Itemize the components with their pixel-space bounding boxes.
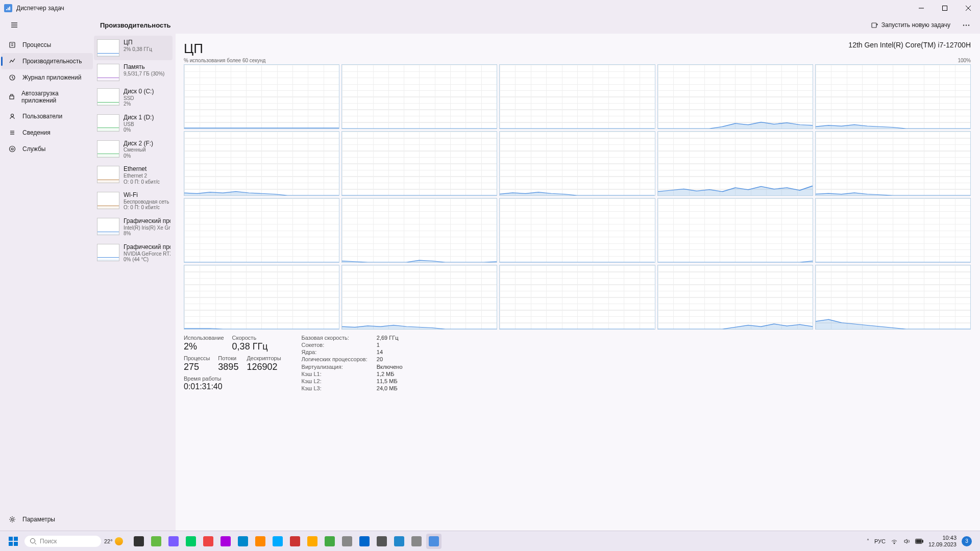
more-button[interactable]: [959, 17, 974, 33]
taskbar-app-3[interactable]: [183, 534, 199, 549]
nav-users[interactable]: Пользователи: [1, 108, 93, 124]
taskbar-app-7[interactable]: [253, 534, 268, 549]
core-cell-20: [815, 265, 971, 330]
resource-disk1[interactable]: Диск 1 (D:)USB0%: [94, 111, 173, 137]
taskbar-app-1[interactable]: [149, 534, 164, 549]
nav-rail: ПроцессыПроизводительностьЖурнал приложе…: [0, 34, 94, 531]
resource-gpu1[interactable]: Графический проNVIDIA GeForce RTX 3070% …: [94, 240, 173, 266]
close-button[interactable]: [957, 0, 980, 16]
tray-chevron-icon[interactable]: ˄: [867, 538, 869, 544]
taskbar-app-14[interactable]: [374, 534, 389, 549]
taskbar-app-11[interactable]: [322, 534, 337, 549]
nav-performance[interactable]: Производительность: [1, 53, 93, 69]
taskbar-app-10[interactable]: [305, 534, 320, 549]
resource-gpu0[interactable]: Графический проIntel(R) Iris(R) Xe Graph…: [94, 214, 173, 240]
core-cell-12: [341, 198, 497, 263]
maximize-button[interactable]: [933, 0, 957, 16]
proc-label: Процессы: [184, 355, 210, 361]
svg-point-12: [966, 24, 967, 26]
taskbar-app-9[interactable]: [287, 534, 303, 549]
resource-disk2[interactable]: Диск 2 (F:)Сменный0%: [94, 137, 173, 163]
core-cell-13: [499, 198, 655, 263]
nav-app-history[interactable]: Журнал приложений: [1, 69, 93, 86]
core-cell-1: [184, 64, 339, 129]
app-icon: [4, 4, 12, 12]
svg-rect-34: [922, 540, 923, 542]
gpu0-thumb: [97, 218, 119, 235]
usage-value: 2%: [184, 341, 224, 352]
search-icon: [30, 538, 37, 545]
svg-point-30: [31, 538, 35, 543]
hamburger-button[interactable]: [4, 16, 24, 34]
notification-badge[interactable]: 3: [962, 536, 972, 546]
svg-rect-27: [14, 537, 18, 541]
processes-icon: [8, 41, 16, 49]
weather-widget[interactable]: 22°: [101, 534, 126, 549]
taskbar-app-12[interactable]: [339, 534, 355, 549]
taskbar-app-16[interactable]: [409, 534, 424, 549]
core-cell-8: [499, 131, 655, 196]
svg-point-19: [11, 114, 14, 117]
resource-disk0[interactable]: Диск 0 (C:)SSD2%: [94, 85, 173, 111]
core-cell-16: [184, 265, 339, 330]
language-indicator[interactable]: РУС: [874, 538, 886, 544]
taskbar-app-6[interactable]: [235, 534, 251, 549]
sun-icon: [115, 537, 123, 545]
taskbar-search[interactable]: Поиск: [24, 536, 101, 547]
speed-label: Скорость: [232, 335, 268, 341]
core-cell-18: [499, 265, 655, 330]
users-icon: [8, 112, 16, 120]
taskbar: Поиск 22° ˄ РУС 10:43 12.09.2023 3: [0, 531, 980, 551]
svg-rect-28: [9, 542, 13, 546]
core-cell-15: [815, 198, 971, 263]
core-cell-10: [815, 131, 971, 196]
core-cell-3: [499, 64, 655, 129]
page-title: Производительность: [100, 21, 171, 29]
uptime-label: Время работы: [184, 375, 281, 382]
taskbar-app-4[interactable]: [201, 534, 216, 549]
resource-wifi[interactable]: Wi-FiБеспроводная сетьО: 0 П: 0 кбит/с: [94, 188, 173, 214]
cpu-panel: ЦП 12th Gen Intel(R) Core(TM) i7-12700H …: [176, 34, 980, 531]
core-cell-5: [815, 64, 971, 129]
svg-rect-4: [943, 6, 947, 11]
nav-processes[interactable]: Процессы: [1, 37, 93, 53]
wifi-icon[interactable]: [891, 538, 898, 545]
nav-startup[interactable]: Автозагрузка приложений: [1, 86, 93, 108]
core-grid: [184, 64, 971, 330]
nav-services[interactable]: Службы: [1, 141, 93, 157]
taskbar-app-2[interactable]: [166, 534, 181, 549]
disk2-thumb: [97, 140, 119, 158]
svg-rect-29: [14, 542, 18, 546]
titlebar: Диспетчер задач: [0, 0, 980, 16]
cpu-thumb: [97, 39, 119, 57]
taskbar-app-15[interactable]: [391, 534, 407, 549]
nav-settings-label: Параметры: [22, 516, 55, 523]
gear-icon: [8, 515, 16, 523]
volume-icon[interactable]: [903, 538, 910, 545]
taskbar-app-17[interactable]: [426, 534, 442, 549]
svg-point-11: [963, 24, 964, 26]
core-cell-14: [657, 198, 813, 263]
resource-memory[interactable]: Память9,5/31,7 ГБ (30%): [94, 60, 173, 85]
battery-icon[interactable]: [915, 539, 923, 544]
nav-settings[interactable]: Параметры: [1, 511, 93, 528]
resource-cpu[interactable]: ЦП2% 0,38 ГГц: [94, 36, 173, 60]
taskbar-app-8[interactable]: [270, 534, 285, 549]
window-title: Диспетчер задач: [16, 5, 64, 12]
start-button[interactable]: [4, 532, 22, 550]
nav-details[interactable]: Сведения: [1, 124, 93, 141]
header: Производительность Запустить новую задач…: [0, 16, 980, 34]
taskbar-app-13[interactable]: [357, 534, 372, 549]
clock[interactable]: 10:43 12.09.2023: [928, 535, 957, 547]
app-history-icon: [8, 73, 16, 82]
taskbar-app-5[interactable]: [218, 534, 233, 549]
svg-rect-1: [8, 8, 9, 10]
usage-label: Использование: [184, 335, 224, 341]
services-icon: [8, 145, 16, 153]
minimize-button[interactable]: [910, 0, 933, 16]
taskbar-app-0[interactable]: [131, 534, 146, 549]
resource-ethernet[interactable]: EthernetEthernet 2О: 0 П: 0 кбит/с: [94, 162, 173, 188]
gpu1-thumb: [97, 244, 119, 261]
svg-rect-10: [872, 23, 876, 28]
new-task-button[interactable]: Запустить новую задачу: [866, 19, 955, 31]
